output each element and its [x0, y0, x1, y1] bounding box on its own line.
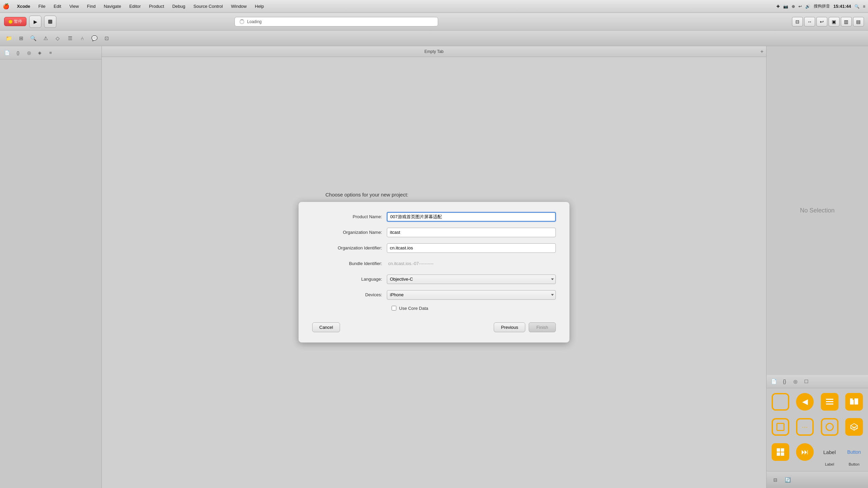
obj-grid2-icon [772, 443, 789, 461]
svg-rect-1 [826, 401, 833, 402]
warning-icon[interactable]: ⚠ [41, 34, 50, 43]
diamond-icon[interactable]: ◇ [53, 34, 62, 43]
dialog-title: Choose options for your new project: [325, 192, 570, 198]
toolbar-view-btn-1[interactable]: ⊟ [792, 17, 803, 26]
rp-file-icon[interactable]: 📄 [769, 377, 778, 386]
rp-layout-icon[interactable]: ☐ [802, 377, 811, 386]
obj-circle-item[interactable] [818, 416, 841, 439]
obj-list-icon [821, 393, 838, 411]
file-menu-item[interactable]: File [35, 3, 49, 10]
obj-tab-item[interactable] [843, 391, 865, 414]
obj-label-display: Label [821, 443, 838, 461]
source-control-menu-item[interactable]: Source Control [190, 3, 226, 10]
window-menu-item[interactable]: Window [228, 3, 250, 10]
find-menu-item[interactable]: Find [83, 3, 99, 10]
stop-square-button[interactable] [44, 16, 56, 28]
obj-list-item[interactable] [818, 391, 841, 414]
cancel-button[interactable]: Cancel [312, 322, 340, 332]
obj-button-display: Button [845, 443, 863, 461]
apple-menu-icon[interactable]: 🍎 [3, 3, 10, 10]
left-panel-toolbar: 📄 {} ◎ ◈ ≡ [0, 46, 101, 59]
org-id-input[interactable] [387, 243, 556, 253]
toolbar-view-btn-2[interactable]: ↔ [804, 17, 815, 26]
previous-button[interactable]: Previous [494, 322, 525, 332]
navigate-menu-item[interactable]: Navigate [100, 3, 125, 10]
core-data-row: Use Core Data [312, 306, 556, 311]
obj-label-item[interactable]: Label Label [818, 441, 841, 468]
rp-target-icon[interactable]: ◎ [791, 377, 800, 386]
obj-dots-icon: ⋯ [796, 418, 814, 436]
list-view-icon[interactable]: ☰ [65, 34, 75, 43]
core-data-label: Use Core Data [399, 306, 428, 311]
lp-file-icon[interactable]: 📄 [3, 48, 12, 57]
xcode-menu-item[interactable]: Xcode [14, 3, 34, 10]
org-name-input[interactable] [387, 228, 556, 237]
run-button[interactable]: ▶ [29, 16, 41, 28]
obj-back-icon: ◀ [796, 393, 814, 411]
product-name-row: Product Name: [312, 212, 556, 222]
obj-back-item[interactable]: ◀ [794, 391, 816, 414]
obj-grid2-item[interactable] [769, 441, 792, 468]
toolbar-layout-btn-3[interactable]: ▤ [853, 17, 864, 26]
menubar: 🍎 Xcode File Edit View Find Navigate Edi… [0, 0, 868, 13]
product-name-input[interactable] [387, 212, 556, 222]
no-selection-text: No Selection [767, 46, 868, 375]
language-label: Language: [312, 277, 387, 282]
svg-rect-4 [854, 400, 858, 405]
product-menu-item[interactable]: Product [146, 3, 168, 10]
rp-code-icon[interactable]: {} [780, 377, 789, 386]
obj-view-item[interactable] [769, 391, 792, 414]
edit-menu-item[interactable]: Edit [50, 3, 64, 10]
view-menu-item[interactable]: View [66, 3, 82, 10]
svg-rect-3 [850, 400, 854, 405]
svg-rect-14 [777, 452, 780, 456]
toolbar-layout-btn-2[interactable]: ▥ [841, 17, 852, 26]
lp-source-icon[interactable]: {} [14, 48, 22, 57]
folder-icon[interactable]: 📁 [4, 34, 14, 43]
split-view-icon[interactable]: ⊡ [102, 34, 111, 43]
svg-rect-13 [781, 448, 784, 452]
grid-view-icon[interactable]: ⊞ [16, 34, 26, 43]
bottom-refresh-icon[interactable]: 🔄 [783, 475, 792, 485]
obj-media-icon: ⏭ [796, 443, 814, 461]
list-icon[interactable]: ≡ [863, 4, 865, 9]
stop-dot-icon [8, 20, 13, 24]
bottom-filter-icon[interactable]: ⊟ [771, 475, 780, 485]
branch-icon[interactable]: ⑃ [77, 34, 87, 43]
svg-rect-12 [777, 448, 780, 452]
editor-menu-item[interactable]: Editor [126, 3, 144, 10]
lp-target-icon[interactable]: ◎ [24, 48, 33, 57]
status-icon-1: ✚ [776, 4, 780, 9]
input-method[interactable]: 搜狗拼音 [814, 3, 830, 9]
obj-box3d-item[interactable] [843, 416, 865, 439]
comment-icon[interactable]: 💬 [90, 34, 99, 43]
devices-select[interactable]: iPhone iPad Universal [387, 290, 556, 300]
dialog-footer-right: Previous Finish [494, 322, 556, 332]
right-panel-bottom: ⊟ 🔄 [767, 471, 868, 488]
obj-media-item[interactable]: ⏭ [794, 441, 816, 468]
stop-square-icon [48, 20, 52, 24]
obj-button-item[interactable]: Button Button [843, 441, 865, 468]
core-data-checkbox[interactable] [392, 306, 396, 311]
org-id-label: Organization Identifier: [312, 245, 387, 250]
loading-text: Loading [247, 19, 262, 24]
search-small-icon[interactable]: 🔍 [29, 34, 38, 43]
obj-ring2-item[interactable] [769, 416, 792, 439]
right-panel-toolbar: 📄 {} ◎ ☐ [767, 375, 868, 388]
bundle-id-label: Bundle Identifier: [312, 261, 387, 266]
main-toolbar: 暂停 ▶ Loading ⊟ ↔ ↩ ▣ ▥ ▤ [0, 13, 868, 31]
obj-dots-item[interactable]: ⋯ [794, 416, 816, 439]
lp-log-icon[interactable]: ≡ [46, 48, 55, 57]
language-select[interactable]: Objective-C Swift [387, 275, 556, 284]
loading-indicator: Loading [234, 17, 438, 26]
toolbar-layout-btn-1[interactable]: ▣ [829, 17, 839, 26]
stop-button[interactable]: 暂停 [4, 17, 26, 26]
help-menu-item[interactable]: Help [251, 3, 267, 10]
debug-menu-item[interactable]: Debug [169, 3, 189, 10]
lp-breakpoint-icon[interactable]: ◈ [35, 48, 44, 57]
toolbar-view-btn-3[interactable]: ↩ [816, 17, 827, 26]
search-icon[interactable]: 🔍 [854, 4, 860, 9]
devices-label: Devices: [312, 292, 387, 297]
svg-rect-15 [781, 452, 784, 456]
new-project-dialog: Product Name: Organization Name: Organiz… [298, 202, 570, 343]
